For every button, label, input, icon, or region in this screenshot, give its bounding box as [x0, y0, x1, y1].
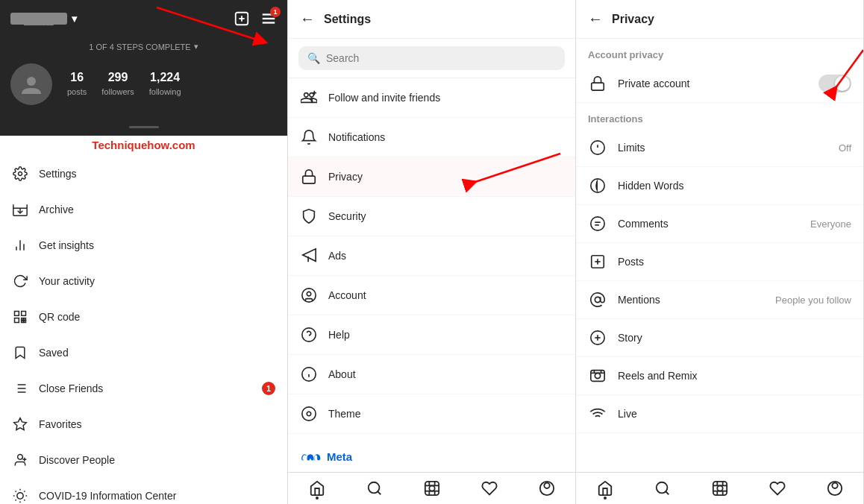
privacy-nav-reels-button[interactable]: [712, 480, 728, 497]
menu-item-activity[interactable]: Your activity: [0, 263, 287, 299]
settings-item-security[interactable]: Security: [288, 197, 575, 236]
steps-bar[interactable]: 1 OF 4 STEPS COMPLETE ▾: [0, 37, 287, 56]
settings-list: Follow and invite friends Notifications: [288, 78, 575, 441]
privacy-item-mentions[interactable]: Mentions People you follow: [576, 281, 863, 319]
private-toggle[interactable]: [818, 75, 851, 92]
posts-stat: 16 posts: [67, 71, 87, 98]
privacy-nav-profile-button[interactable]: [827, 480, 843, 497]
settings-header: ← Settings: [288, 0, 575, 39]
privacy-item-hidden-words[interactable]: Hidden Words: [576, 167, 863, 205]
limits-icon: [588, 138, 607, 157]
favorites-icon: [12, 416, 28, 432]
insights-icon: [12, 237, 28, 253]
chevron-down-icon: ▾: [72, 13, 77, 25]
settings-item-ads[interactable]: Ads: [288, 236, 575, 276]
posts-privacy-label: Posts: [618, 256, 644, 268]
private-toggle-switch[interactable]: [818, 75, 851, 92]
help-circle-icon: [300, 326, 318, 344]
story-label: Story: [618, 332, 642, 344]
svg-rect-12: [15, 312, 19, 316]
reels-label: Reels and Remix: [618, 370, 698, 382]
menu-item-close-friends[interactable]: Close Friends 1: [0, 371, 287, 406]
privacy-item-posts[interactable]: Posts: [576, 243, 863, 281]
menu-item-discover[interactable]: Discover People: [0, 442, 287, 478]
svg-rect-52: [425, 482, 438, 495]
svg-rect-15: [22, 318, 24, 321]
posts-count: 16: [67, 71, 87, 84]
settings-back-button[interactable]: ←: [300, 10, 315, 28]
reels-icon: [588, 366, 607, 385]
svg-line-33: [24, 500, 25, 500]
privacy-nav-home-button[interactable]: [597, 480, 613, 497]
settings-item-notifications[interactable]: Notifications: [288, 118, 575, 157]
menu-item-saved-label: Saved: [39, 347, 69, 359]
activity-icon: [12, 273, 28, 289]
menu-item-archive[interactable]: Archive: [0, 192, 287, 227]
privacy-bottom-nav: [576, 472, 863, 504]
nav-search-button[interactable]: [366, 480, 383, 497]
menu-item-discover-label: Discover People: [39, 454, 115, 466]
privacy-nav-search-button[interactable]: [654, 480, 671, 497]
following-stat: 1,224 following: [149, 71, 181, 98]
header-icons-group: 1: [234, 10, 277, 27]
nav-home-button[interactable]: [309, 480, 325, 497]
privacy-item-reels[interactable]: Reels and Remix: [576, 357, 863, 395]
archive-icon: [12, 201, 28, 218]
info-icon: [300, 365, 318, 383]
svg-point-6: [27, 77, 36, 86]
menu-item-covid-label: COVID-19 Information Center: [39, 490, 176, 502]
settings-item-theme[interactable]: Theme: [288, 394, 575, 434]
settings-item-help-label: Help: [328, 329, 350, 341]
svg-rect-13: [22, 312, 26, 316]
menu-item-covid[interactable]: COVID-19 Information Center: [0, 478, 287, 504]
privacy-nav-heart-button[interactable]: [769, 480, 786, 497]
menu-item-saved[interactable]: Saved: [0, 335, 287, 371]
bell-icon: [300, 128, 318, 146]
mentions-sub: People you follow: [775, 294, 851, 306]
settings-item-account[interactable]: Account: [288, 276, 575, 315]
privacy-item-limits[interactable]: Limits Off: [576, 129, 863, 167]
private-account-row[interactable]: Private account: [576, 65, 863, 103]
menu-notification-badge: 1: [270, 7, 281, 17]
settings-item-privacy[interactable]: Privacy: [288, 157, 575, 197]
search-input-wrap: 🔍: [298, 46, 565, 70]
username-area[interactable]: ████ ▾: [10, 13, 77, 25]
avatar: [10, 63, 52, 105]
svg-rect-18: [24, 321, 26, 323]
menu-item-favorites[interactable]: Favorites: [0, 406, 287, 442]
search-input[interactable]: [326, 52, 556, 64]
toggle-knob: [835, 76, 850, 91]
following-count: 1,224: [149, 71, 181, 84]
megaphone-icon: [300, 247, 318, 265]
settings-item-help[interactable]: Help: [288, 315, 575, 355]
svg-point-48: [302, 407, 316, 420]
nav-heart-button[interactable]: [481, 480, 498, 497]
username-text: ████: [10, 13, 67, 25]
comments-label: Comments: [618, 218, 669, 230]
menu-item-settings[interactable]: Settings: [0, 156, 287, 192]
add-post-button[interactable]: [234, 10, 250, 27]
privacy-item-comments[interactable]: Comments Everyone: [576, 205, 863, 243]
privacy-item-story[interactable]: Story: [576, 319, 863, 357]
svg-rect-62: [592, 83, 604, 90]
menu-item-insights[interactable]: Get insights: [0, 227, 287, 263]
posts-label: posts: [67, 87, 87, 96]
menu-item-qr[interactable]: QR code: [0, 299, 287, 335]
menu-item-favorites-label: Favorites: [39, 418, 82, 430]
nav-profile-button[interactable]: [539, 480, 555, 497]
hidden-words-label: Hidden Words: [618, 180, 683, 192]
svg-marker-25: [14, 418, 27, 430]
svg-point-60: [544, 483, 549, 488]
nav-reels-button[interactable]: [424, 480, 440, 497]
privacy-back-button[interactable]: ←: [588, 10, 603, 28]
meta-label: Meta: [327, 450, 352, 463]
settings-item-about[interactable]: About: [288, 355, 575, 394]
menu-item-settings-label: Settings: [39, 168, 77, 180]
close-friends-badge: 1: [262, 382, 275, 395]
private-account-label: Private account: [618, 78, 690, 89]
menu-item-activity-label: Your activity: [39, 275, 95, 287]
hamburger-menu-button[interactable]: 1: [260, 10, 277, 27]
privacy-item-live[interactable]: Live: [576, 395, 863, 433]
person-circle-icon: [300, 286, 318, 304]
settings-item-follow[interactable]: Follow and invite friends: [288, 78, 575, 118]
